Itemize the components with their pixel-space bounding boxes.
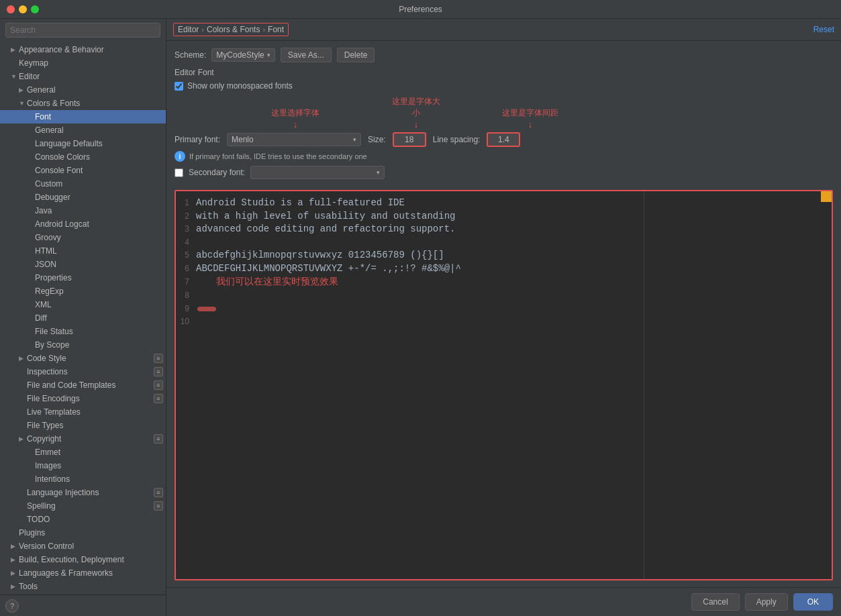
sidebar: ▶ Appearance & Behavior ▶ Keymap ▼ Edito… — [0, 19, 166, 616]
color-swatch — [821, 191, 832, 202]
sidebar-item-custom[interactable]: ▶ Custom — [0, 177, 166, 191]
sidebar-item-editor[interactable]: ▼ Editor — [0, 70, 166, 83]
search-input[interactable] — [5, 23, 160, 38]
monospaced-checkbox[interactable] — [175, 82, 183, 91]
breadcrumb-colors-fonts: Colors & Fonts — [207, 25, 260, 34]
minimize-button[interactable] — [19, 5, 27, 13]
sidebar-item-html[interactable]: ▶ HTML — [0, 244, 166, 258]
editor-font-section: Editor Font Show only monospaced fonts 这… — [175, 68, 833, 185]
size-input[interactable]: 18 — [393, 132, 426, 147]
preview-line-5: 5 abcdefghijklmnopqrstuvwxyz 0123456789 … — [176, 249, 644, 262]
sidebar-item-emmet[interactable]: ▶ Emmet — [0, 446, 166, 459]
preview-code-area: 1 Android Studio is a full-featured IDE … — [176, 191, 644, 579]
sidebar-item-file-status[interactable]: ▶ File Status — [0, 325, 166, 338]
preview-right-sidebar — [644, 191, 832, 579]
sidebar-item-file-encodings[interactable]: ▶ File Encodings ≡ — [0, 392, 166, 405]
secondary-font-selector[interactable]: ▾ — [250, 166, 385, 179]
sidebar-item-build-execution[interactable]: ▶ Build, Execution, Deployment — [0, 553, 166, 566]
panel-content: Scheme: MyCodeStyle ▾ Save As... Delete … — [166, 41, 841, 587]
sidebar-item-images[interactable]: ▶ Images — [0, 459, 166, 472]
sidebar-item-languages-frameworks[interactable]: ▶ Languages & Frameworks — [0, 566, 166, 580]
sidebar-item-debugger[interactable]: ▶ Debugger — [0, 191, 166, 204]
primary-font-selector[interactable]: ▾ — [227, 133, 361, 146]
breadcrumb-bar: Editor › Colors & Fonts › Font Reset — [166, 19, 841, 41]
sidebar-item-file-code-templates[interactable]: ▶ File and Code Templates ≡ — [0, 378, 166, 392]
badge-icon7: ≡ — [154, 501, 163, 511]
secondary-font-arrow[interactable]: ▾ — [377, 169, 380, 176]
sidebar-item-intentions[interactable]: ▶ Intentions — [0, 472, 166, 486]
badge-icon4: ≡ — [154, 394, 163, 403]
sidebar-item-keymap[interactable]: ▶ Keymap — [0, 56, 166, 70]
primary-font-label: Primary font: — [175, 135, 220, 144]
sidebar-item-tools[interactable]: ▶ Tools — [0, 580, 166, 593]
preview-line-6: 6 ABCDEFGHIJKLMNOPQRSTUVWXYZ +-*/= .,;:!… — [176, 262, 644, 276]
secondary-font-row: Secondary font: ▾ — [175, 166, 833, 179]
sidebar-item-inspections[interactable]: ▶ Inspections ≡ — [0, 365, 166, 378]
sidebar-item-diff[interactable]: ▶ Diff — [0, 311, 166, 325]
help-button[interactable]: ? — [5, 599, 19, 613]
titlebar: Preferences — [0, 0, 841, 19]
line-spacing-input[interactable]: 1.4 — [487, 132, 520, 147]
secondary-font-checkbox[interactable] — [175, 168, 183, 177]
sidebar-item-groovy[interactable]: ▶ Groovy — [0, 231, 166, 244]
badge-icon2: ≡ — [154, 367, 163, 376]
sidebar-item-spelling[interactable]: ▶ Spelling ≡ — [0, 499, 166, 513]
font-dropdown-arrow[interactable]: ▾ — [353, 136, 356, 143]
preview-line-3: 3 advanced code editing and refactoring … — [176, 223, 644, 236]
sidebar-item-language-defaults[interactable]: ▶ Language Defaults — [0, 137, 166, 150]
monospaced-checkbox-row: Show only monospaced fonts — [175, 81, 833, 91]
sidebar-item-android-logcat[interactable]: ▶ Android Logcat — [0, 217, 166, 231]
window-controls — [7, 5, 39, 13]
sidebar-item-general2[interactable]: ▶ General — [0, 123, 166, 137]
sidebar-item-language-injections[interactable]: ▶ Language Injections ≡ — [0, 486, 166, 499]
sidebar-item-plugins[interactable]: ▶ Plugins — [0, 526, 166, 540]
sidebar-item-live-templates[interactable]: ▶ Live Templates — [0, 405, 166, 419]
scheme-row: Scheme: MyCodeStyle ▾ Save As... Delete — [175, 48, 833, 62]
scheme-value: MyCodeStyle — [216, 50, 264, 60]
sidebar-item-regexp[interactable]: ▶ RegExp — [0, 285, 166, 298]
sidebar-item-code-style[interactable]: ▶ Code Style ≡ — [0, 352, 166, 365]
scheme-dropdown-arrow: ▾ — [267, 52, 270, 58]
sidebar-item-colors-fonts[interactable]: ▼ Colors & Fonts — [0, 97, 166, 110]
font-controls-row: Primary font: ▾ Size: 18 Line spacing: 1… — [175, 132, 833, 147]
size-label: Size: — [368, 135, 386, 144]
delete-button[interactable]: Delete — [337, 48, 375, 62]
info-icon: i — [175, 151, 185, 162]
cancel-button[interactable]: Cancel — [691, 593, 739, 611]
badge-icon: ≡ — [154, 354, 163, 363]
sidebar-item-version-control[interactable]: ▶ Version Control — [0, 540, 166, 553]
preview-line-9: 9 — [176, 302, 644, 315]
primary-font-input[interactable] — [232, 135, 350, 144]
bottom-bar: Cancel Apply OK — [166, 587, 841, 616]
sidebar-item-copyright[interactable]: ▶ Copyright ≡ — [0, 432, 166, 446]
sidebar-item-appearance[interactable]: ▶ Appearance & Behavior — [0, 43, 166, 56]
reset-link[interactable]: Reset — [813, 25, 834, 34]
sidebar-item-todo[interactable]: ▶ TODO — [0, 513, 166, 526]
close-button[interactable] — [7, 5, 15, 13]
sidebar-item-console-font[interactable]: ▶ Console Font — [0, 164, 166, 177]
sidebar-item-java[interactable]: ▶ Java — [0, 204, 166, 217]
ok-button[interactable]: OK — [793, 593, 833, 611]
sidebar-item-console-colors[interactable]: ▶ Console Colors — [0, 150, 166, 164]
scheme-select[interactable]: MyCodeStyle ▾ — [211, 48, 275, 62]
sidebar-item-general[interactable]: ▶ General — [0, 83, 166, 97]
annot-font-size: 这里是字体大小 — [389, 96, 443, 119]
sidebar-item-file-types[interactable]: ▶ File Types — [0, 419, 166, 432]
save-as-button[interactable]: Save As... — [281, 48, 332, 62]
annot-line-spacing: 这里是字体间距 — [497, 107, 564, 119]
sidebar-item-properties[interactable]: ▶ Properties — [0, 271, 166, 285]
badge-icon5: ≡ — [154, 434, 163, 444]
preview-line-1: 1 Android Studio is a full-featured IDE — [176, 197, 644, 210]
preview-line-2: 2 with a high level of usability and out… — [176, 210, 644, 223]
maximize-button[interactable] — [31, 5, 39, 13]
preview-line-8: 8 — [176, 289, 644, 302]
sidebar-item-by-scope[interactable]: ▶ By Scope — [0, 338, 166, 352]
apply-button[interactable]: Apply — [745, 593, 788, 611]
preview-line-4: 4 — [176, 236, 644, 250]
sidebar-item-font[interactable]: ▶ Font — [0, 110, 166, 123]
sidebar-item-xml[interactable]: ▶ XML — [0, 298, 166, 311]
sidebar-item-json[interactable]: ▶ JSON — [0, 258, 166, 271]
secondary-font-input[interactable] — [255, 168, 374, 177]
badge-icon3: ≡ — [154, 380, 163, 390]
monospaced-label: Show only monospaced fonts — [187, 81, 293, 91]
